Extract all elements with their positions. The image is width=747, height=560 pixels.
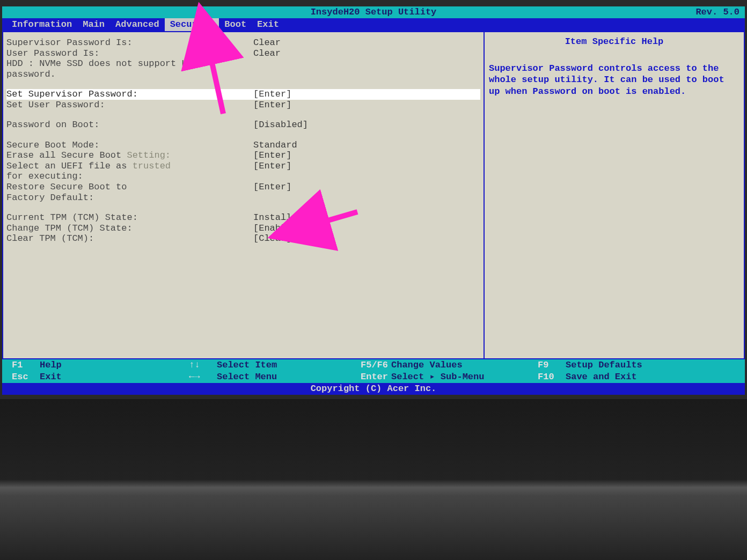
key-leftright: ←→: [179, 371, 217, 383]
set-user-label: Set User Password:: [6, 100, 253, 110]
erase-sb-label: Erase all Secure Boot: [6, 150, 127, 160]
help-pane: Item Specific Help Supervisor Password c…: [484, 31, 745, 359]
user-pw-value: Clear: [253, 48, 281, 59]
change-tpm-label: Change TPM (TCM) State:: [6, 223, 253, 234]
secure-boot-mode-value: Standard: [253, 140, 297, 151]
key-f1: F1: [2, 359, 40, 371]
tpm-state-label: Current TPM (TCM) State:: [6, 212, 253, 223]
pw-on-boot-label: Password on Boot:: [6, 120, 253, 130]
help-body: Supervisor Password controls access to t…: [489, 63, 739, 97]
uefi-trusted-row2: for executing:: [6, 171, 480, 182]
hdd-note-row1: HDD : NVMe SSD does not support HDD: [6, 58, 480, 69]
label-help: Help: [40, 359, 163, 371]
user-pw-label: User Password Is:: [6, 48, 253, 59]
label-exit: Exit: [40, 371, 163, 383]
set-supervisor-value: [Enter]: [253, 89, 291, 100]
user-pw-row: User Password Is: Clear: [6, 48, 480, 59]
supervisor-pw-label: Supervisor Password Is:: [6, 38, 253, 48]
body-area: Supervisor Password Is: Clear User Passw…: [2, 31, 745, 359]
supervisor-pw-value: Clear: [253, 38, 281, 48]
hdd-note-line2: password.: [6, 69, 253, 80]
label-select-item: Select Item: [217, 359, 340, 371]
menu-bar: Information Main Advanced Security Boot …: [2, 18, 745, 31]
revision-label: Rev. 5.0: [695, 6, 739, 18]
erase-sb-value: [Enter]: [253, 150, 291, 161]
clear-tpm-row[interactable]: Clear TPM (TCM): [Clear]: [6, 233, 480, 244]
help-title: Item Specific Help: [489, 36, 739, 47]
main-pane: Supervisor Password Is: Clear User Passw…: [2, 31, 484, 359]
key-enter: Enter: [351, 371, 391, 383]
hdd-note-row2: password.: [6, 69, 480, 80]
change-tpm-row[interactable]: Change TPM (TCM) State: [Enabled]: [6, 223, 480, 234]
bios-screen: InsydeH20 Setup Utility Rev. 5.0 Informa…: [2, 6, 745, 395]
tab-exit[interactable]: Exit: [252, 18, 284, 31]
restore-sb-row2: Factory Default:: [6, 193, 480, 203]
uefi-trusted-label1: Select an UEFI file as: [6, 161, 133, 171]
key-f10: F10: [528, 371, 566, 383]
clear-tpm-value: [Clear]: [253, 233, 291, 244]
pw-on-boot-value: [Disabled]: [253, 120, 308, 130]
label-save-exit: Save and Exit: [566, 371, 689, 383]
change-tpm-value: [Enabled]: [253, 223, 303, 234]
restore-sb-value: [Enter]: [253, 182, 291, 193]
uefi-trusted-row1[interactable]: Select an UEFI file as trusted [Enter]: [6, 161, 480, 172]
set-supervisor-row[interactable]: Set Supervisor Password: [Enter]: [6, 89, 480, 100]
key-f9: F9: [528, 359, 566, 371]
copyright-bar: Copyright (C) Acer Inc.: [2, 383, 745, 395]
title-bar: InsydeH20 Setup Utility Rev. 5.0: [2, 6, 745, 18]
hdd-note-line1: HDD : NVMe SSD does not support HDD: [6, 58, 253, 69]
set-supervisor-label: Set Supervisor Password:: [6, 89, 253, 100]
secure-boot-mode-label: Secure Boot Mode:: [6, 140, 253, 151]
pw-on-boot-row[interactable]: Password on Boot: [Disabled]: [6, 120, 480, 130]
clear-tpm-label: Clear TPM (TCM):: [6, 233, 253, 244]
supervisor-pw-row: Supervisor Password Is: Clear: [6, 38, 480, 48]
label-select-menu: Select Menu: [217, 371, 340, 383]
key-updown: ↑↓: [179, 359, 217, 371]
tab-information[interactable]: Information: [6, 18, 77, 31]
tab-main[interactable]: Main: [77, 18, 110, 31]
uefi-trusted-value: [Enter]: [253, 161, 291, 172]
tpm-state-value: Installed: [253, 212, 303, 223]
label-setup-defaults: Setup Defaults: [566, 359, 689, 371]
restore-sb-label1: Restore Secure Boot to: [6, 182, 253, 193]
erase-sb-row[interactable]: Erase all Secure Boot Setting: [Enter]: [6, 150, 480, 161]
restore-sb-row1[interactable]: Restore Secure Boot to [Enter]: [6, 182, 480, 193]
set-user-row[interactable]: Set User Password: [Enter]: [6, 100, 480, 110]
footer-bar: F1 Help ↑↓ Select Item F5/F6 Change Valu…: [2, 359, 745, 383]
restore-sb-label2: Factory Default:: [6, 193, 253, 203]
tab-boot[interactable]: Boot: [219, 18, 252, 31]
app-title: InsydeH20 Setup Utility: [311, 7, 437, 17]
secure-boot-mode-row[interactable]: Secure Boot Mode: Standard: [6, 140, 480, 151]
erase-sb-gray: Setting:: [127, 150, 171, 160]
uefi-trusted-gray: trusted: [133, 161, 171, 171]
set-user-value: [Enter]: [253, 100, 291, 110]
label-change-values: Change Values: [391, 359, 515, 371]
monitor-bezel: [0, 399, 747, 560]
label-submenu: Select ▸ Sub-Menu: [391, 371, 515, 383]
key-esc: Esc: [2, 371, 40, 383]
uefi-trusted-label2: for executing:: [6, 171, 253, 182]
tpm-state-row: Current TPM (TCM) State: Installed: [6, 212, 480, 223]
key-f5f6: F5/F6: [351, 359, 391, 371]
tab-advanced[interactable]: Advanced: [110, 18, 165, 31]
tab-security[interactable]: Security: [165, 18, 219, 31]
